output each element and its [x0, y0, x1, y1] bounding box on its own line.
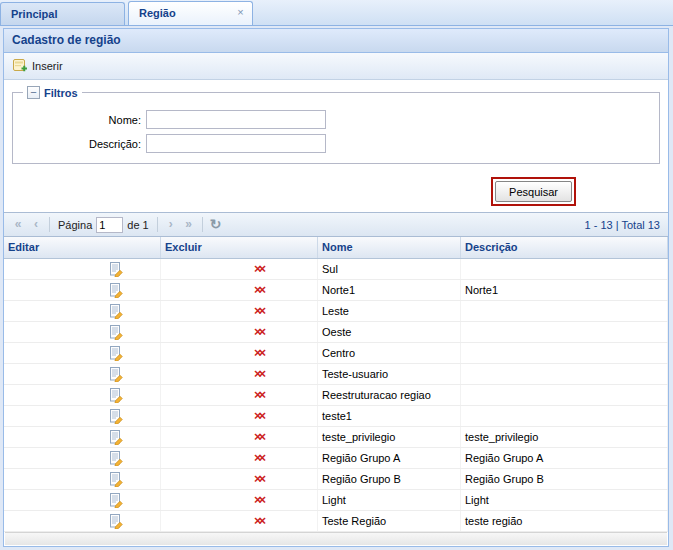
- delete-cell: ××: [161, 385, 318, 405]
- delete-icon[interactable]: ××: [254, 346, 266, 360]
- cell-descricao: teste_privilegio: [461, 427, 668, 447]
- page-label: Página: [58, 219, 92, 231]
- paging-toolbar: « ‹ Página de 1 › » ↻ 1 - 13 | Total 13: [4, 212, 668, 237]
- delete-icon[interactable]: ××: [254, 262, 266, 276]
- edit-icon[interactable]: [109, 409, 123, 424]
- edit-icon[interactable]: [109, 472, 123, 487]
- cell-descricao: Light: [461, 490, 668, 510]
- tab-principal-label: Principal: [11, 8, 57, 20]
- delete-icon[interactable]: ××: [254, 283, 266, 297]
- edit-icon[interactable]: [109, 325, 123, 340]
- edit-cell: [4, 280, 161, 300]
- table-row: ×× Oeste: [4, 322, 668, 343]
- next-page-icon[interactable]: ›: [162, 216, 180, 234]
- cell-nome: Reestruturacao regiao: [318, 385, 461, 405]
- cell-descricao: [461, 364, 668, 384]
- region-panel: Cadastro de região Inserir: [3, 28, 669, 547]
- delete-cell: ××: [161, 427, 318, 447]
- tab-principal[interactable]: Principal: [0, 2, 125, 25]
- prev-page-icon[interactable]: ‹: [27, 216, 45, 234]
- page-title: Cadastro de região: [4, 29, 668, 53]
- content-area: − Filtros Nome: Descrição:: [4, 80, 668, 164]
- delete-icon[interactable]: ××: [254, 325, 266, 339]
- column-header-editar[interactable]: Editar: [4, 237, 161, 258]
- cell-nome: Teste Região: [318, 511, 461, 531]
- nome-input[interactable]: [146, 110, 326, 129]
- table-row: ×× teste_privilegio teste_privilegio: [4, 427, 668, 448]
- page-input[interactable]: [96, 217, 123, 233]
- annotation-highlight: Pesquisar: [491, 177, 576, 206]
- first-page-icon[interactable]: «: [9, 216, 27, 234]
- edit-cell: [4, 385, 161, 405]
- filters-fieldset: − Filtros Nome: Descrição:: [12, 86, 660, 164]
- delete-icon[interactable]: ××: [254, 472, 266, 486]
- table-row: ×× Teste-usuario: [4, 364, 668, 385]
- cell-descricao: [461, 301, 668, 321]
- table-row: ×× Reestruturacao regiao: [4, 385, 668, 406]
- edit-icon[interactable]: [109, 514, 123, 529]
- column-header-excluir[interactable]: Excluir: [161, 237, 318, 258]
- refresh-icon[interactable]: ↻: [207, 216, 225, 234]
- edit-icon[interactable]: [109, 304, 123, 319]
- delete-icon[interactable]: ××: [254, 514, 266, 528]
- delete-icon[interactable]: ××: [254, 367, 266, 381]
- record-count-summary: 1 - 13 | Total 13: [585, 219, 663, 231]
- insert-button-label: Inserir: [32, 60, 63, 72]
- delete-icon[interactable]: ××: [254, 388, 266, 402]
- column-header-nome[interactable]: Nome: [318, 237, 461, 258]
- edit-icon[interactable]: [109, 346, 123, 361]
- descricao-form-row: Descrição:: [21, 134, 651, 153]
- delete-icon[interactable]: ××: [254, 304, 266, 318]
- toolbar-separator: [157, 217, 158, 232]
- edit-icon[interactable]: [109, 493, 123, 508]
- application: Principal Região × Cadastro de região In: [0, 0, 673, 550]
- descricao-input[interactable]: [146, 134, 326, 153]
- pesquisar-button[interactable]: Pesquisar: [495, 181, 572, 202]
- grid-header: Editar Excluir Nome Descrição: [4, 237, 668, 259]
- cell-nome: Teste-usuario: [318, 364, 461, 384]
- edit-icon[interactable]: [109, 367, 123, 382]
- edit-cell: [4, 427, 161, 447]
- table-row: ×× Norte1 Norte1: [4, 280, 668, 301]
- last-page-icon[interactable]: »: [180, 216, 198, 234]
- cell-nome: Região Grupo B: [318, 469, 461, 489]
- edit-cell: [4, 364, 161, 384]
- descricao-label: Descrição:: [21, 138, 146, 150]
- toolbar: Inserir: [4, 53, 668, 80]
- insert-button[interactable]: Inserir: [7, 54, 71, 78]
- edit-icon[interactable]: [109, 430, 123, 445]
- cell-nome: Centro: [318, 343, 461, 363]
- edit-cell: [4, 406, 161, 426]
- tab-close-icon[interactable]: ×: [234, 6, 247, 19]
- table-row: ×× Sul: [4, 259, 668, 280]
- tab-regiao[interactable]: Região ×: [128, 1, 253, 25]
- delete-cell: ××: [161, 280, 318, 300]
- delete-icon[interactable]: ××: [254, 493, 266, 507]
- edit-icon[interactable]: [109, 283, 123, 298]
- grid-body: ×× Sul: [4, 259, 668, 532]
- toolbar-separator: [202, 217, 203, 232]
- collapse-toggle-icon[interactable]: −: [27, 86, 40, 99]
- horizontal-scrollbar[interactable]: [5, 532, 667, 545]
- edit-cell: [4, 490, 161, 510]
- edit-cell: [4, 259, 161, 279]
- column-header-descricao[interactable]: Descrição: [461, 237, 668, 258]
- delete-icon[interactable]: ××: [254, 451, 266, 465]
- edit-icon[interactable]: [109, 451, 123, 466]
- edit-cell: [4, 511, 161, 531]
- edit-icon[interactable]: [109, 388, 123, 403]
- edit-icon[interactable]: [109, 262, 123, 277]
- delete-icon[interactable]: ××: [254, 430, 266, 444]
- edit-cell: [4, 448, 161, 468]
- delete-cell: ××: [161, 259, 318, 279]
- edit-cell: [4, 301, 161, 321]
- cell-nome: Sul: [318, 259, 461, 279]
- delete-icon[interactable]: ××: [254, 409, 266, 423]
- delete-cell: ××: [161, 322, 318, 342]
- delete-cell: ××: [161, 448, 318, 468]
- table-row: ×× Teste Região teste região: [4, 511, 668, 532]
- table-row: ×× Centro: [4, 343, 668, 364]
- tab-regiao-label: Região: [139, 7, 176, 19]
- cell-descricao: [461, 322, 668, 342]
- cell-descricao: [461, 343, 668, 363]
